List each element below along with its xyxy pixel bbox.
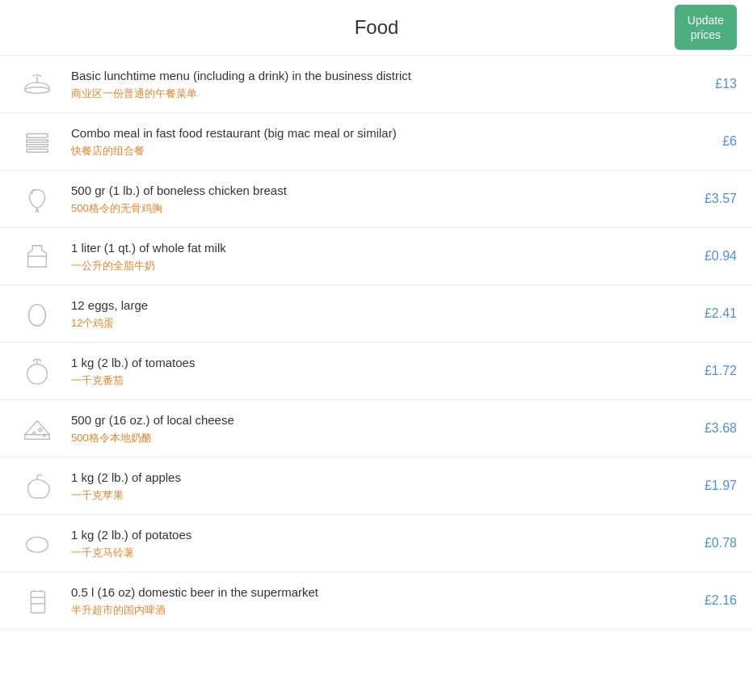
food-text-beer: 0.5 l (16 oz) domestic beer in the super… [58,584,680,618]
food-item-beer: 0.5 l (16 oz) domestic beer in the super… [0,572,753,630]
food-name-en-tomatoes: 1 kg (2 lb.) of tomatoes [71,354,667,371]
food-text-fastfood: Combo meal in fast food restaurant (big … [58,124,680,158]
food-item-potatoes: 1 kg (2 lb.) of potatoes 一千克马铃薯 £0.78 [0,515,753,572]
food-item-eggs: 12 eggs, large 12个鸡蛋 £2.41 [0,285,753,343]
svg-rect-5 [27,150,48,153]
food-name-en-apples: 1 kg (2 lb.) of apples [71,469,667,486]
chicken-icon [16,183,58,214]
svg-point-0 [25,87,49,94]
food-price-milk: £0.94 [680,249,737,264]
food-item-chicken: 500 gr (1 lb.) of boneless chicken breas… [0,171,753,228]
food-name-zh-cheese: 500格令本地奶酪 [71,431,667,445]
food-item-fastfood: Combo meal in fast food restaurant (big … [0,113,753,171]
food-name-en-beer: 0.5 l (16 oz) domestic beer in the super… [71,584,667,601]
food-text-potatoes: 1 kg (2 lb.) of potatoes 一千克马铃薯 [58,526,680,560]
food-text-tomatoes: 1 kg (2 lb.) of tomatoes 一千克番茄 [58,354,680,388]
food-name-en-milk: 1 liter (1 qt.) of whole fat milk [71,239,667,256]
food-text-cheese: 500 gr (16 oz.) of local cheese 500格令本地奶… [58,411,680,445]
svg-point-13 [43,434,45,436]
food-name-zh-fastfood: 快餐店的组合餐 [71,144,667,158]
food-item-cheese: 500 gr (16 oz.) of local cheese 500格令本地奶… [0,400,753,458]
food-name-en-fastfood: Combo meal in fast food restaurant (big … [71,124,667,141]
food-name-zh-tomatoes: 一千克番茄 [71,373,667,388]
update-prices-button[interactable]: Updateprices [675,5,737,50]
food-price-cheese: £3.68 [680,421,737,436]
food-item-milk: 1 liter (1 qt.) of whole fat milk 一公升的全脂… [0,228,753,285]
potato-icon [16,528,58,559]
food-name-zh-milk: 一公升的全脂牛奶 [71,259,667,273]
egg-icon [16,298,58,329]
apple-icon [16,470,58,501]
food-name-zh-potatoes: 一千克马铃薯 [71,546,667,560]
food-price-tomatoes: £1.72 [680,364,737,378]
food-name-zh-chicken: 500格令的无骨鸡胸 [71,201,667,216]
food-name-en-chicken: 500 gr (1 lb.) of boneless chicken breas… [71,182,667,199]
food-item-lunch: Basic lunchtime menu (including a drink)… [0,56,753,113]
cheese-icon [16,413,58,444]
food-list: Basic lunchtime menu (including a drink)… [0,56,753,630]
tomato-icon [16,356,58,386]
food-name-en-cheese: 500 gr (16 oz.) of local cheese [71,411,667,428]
food-name-zh-lunch: 商业区一份普通的午餐菜单 [71,86,667,101]
food-text-eggs: 12 eggs, large 12个鸡蛋 [58,297,680,331]
svg-point-12 [33,432,36,434]
svg-point-11 [39,428,42,432]
food-price-beer: £2.16 [680,593,737,608]
food-text-lunch: Basic lunchtime menu (including a drink)… [58,67,680,101]
food-price-apples: £1.97 [680,479,737,493]
milk-icon [16,241,58,272]
svg-rect-2 [27,134,48,138]
svg-point-14 [27,537,48,552]
food-name-zh-beer: 半升超市的国内啤酒 [71,603,667,618]
food-text-milk: 1 liter (1 qt.) of whole fat milk 一公升的全脂… [58,239,680,273]
food-text-chicken: 500 gr (1 lb.) of boneless chicken breas… [58,182,680,216]
svg-rect-15 [31,592,44,614]
food-price-chicken: £3.57 [680,192,737,206]
food-name-en-potatoes: 1 kg (2 lb.) of potatoes [71,526,667,543]
page-header: Food Updateprices [0,0,753,56]
burger-icon [16,126,58,157]
svg-point-8 [29,305,46,327]
food-name-en-lunch: Basic lunchtime menu (including a drink)… [71,67,667,84]
svg-rect-4 [27,145,48,147]
svg-point-9 [27,364,48,384]
beer-icon [16,585,58,616]
food-item-apples: 1 kg (2 lb.) of apples 一千克苹果 £1.97 [0,458,753,515]
food-price-fastfood: £6 [680,134,737,149]
food-item-tomatoes: 1 kg (2 lb.) of tomatoes 一千克番茄 £1.72 [0,343,753,400]
food-price-potatoes: £0.78 [680,536,737,550]
food-text-apples: 1 kg (2 lb.) of apples 一千克苹果 [58,469,680,503]
food-name-zh-apples: 一千克苹果 [71,488,667,503]
svg-rect-3 [27,140,48,142]
lunch-icon [16,69,58,99]
food-name-zh-eggs: 12个鸡蛋 [71,316,667,331]
page-title: Food [355,16,399,39]
food-name-en-eggs: 12 eggs, large [71,297,667,314]
food-price-eggs: £2.41 [680,306,737,321]
food-price-lunch: £13 [680,77,737,91]
